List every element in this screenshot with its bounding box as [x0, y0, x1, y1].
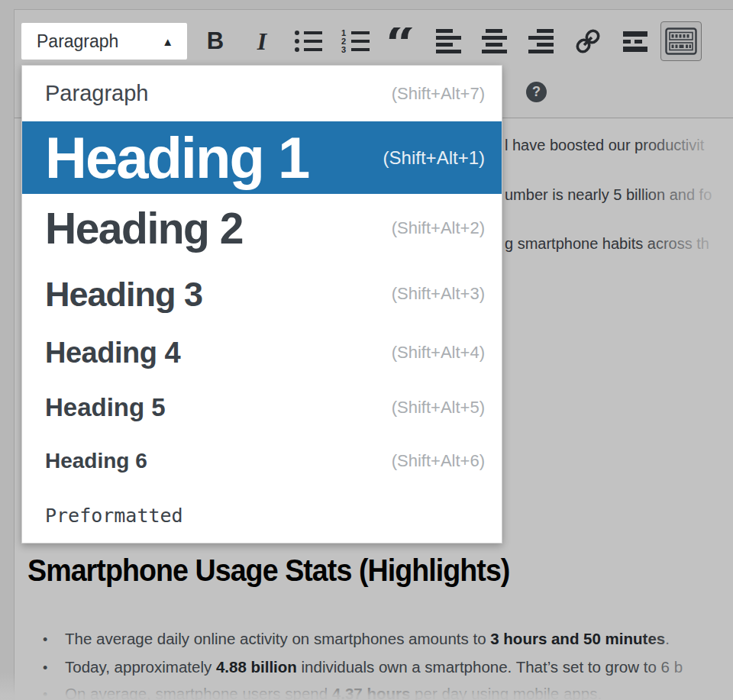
numbered-list-icon: 1 2 3	[341, 31, 370, 52]
format-select-button[interactable]: Paragraph ▲	[21, 23, 187, 60]
svg-text:“: “	[386, 27, 415, 55]
menu-item-heading-4[interactable]: Heading 4 (Shift+Alt+4)	[22, 325, 502, 380]
menu-item-paragraph[interactable]: Paragraph (Shift+Alt+7)	[22, 66, 502, 121]
bullet-icon: •	[43, 687, 65, 700]
menu-item-heading-1[interactable]: Heading 1 (Shift+Alt+1)	[22, 121, 502, 194]
menu-item-preformatted[interactable]: Preformatted	[22, 488, 502, 543]
align-center-button[interactable]	[476, 23, 512, 60]
menu-item-heading-5[interactable]: Heading 5 (Shift+Alt+5)	[22, 380, 502, 434]
content-heading: Smartphone Usage Stats (Highlights)	[27, 553, 509, 588]
question-mark-icon: ?	[532, 84, 541, 100]
align-center-icon	[482, 29, 507, 53]
align-left-icon	[436, 29, 461, 53]
content-line-fragment: l have boosted our productivit	[505, 137, 704, 154]
align-left-button[interactable]	[431, 23, 466, 60]
italic-button[interactable]: I	[244, 23, 279, 60]
link-icon	[573, 27, 602, 56]
format-select-value: Paragraph	[37, 31, 118, 52]
read-more-icon	[623, 31, 647, 52]
bulleted-list-icon	[295, 31, 322, 52]
list-item: •Today, approximately 4.88 billion indiv…	[43, 658, 683, 676]
align-right-icon	[528, 29, 554, 53]
menu-item-heading-2[interactable]: Heading 2 (Shift+Alt+2)	[22, 194, 502, 263]
menu-item-heading-6[interactable]: Heading 6 (Shift+Alt+6)	[22, 434, 502, 488]
bulleted-list-button[interactable]	[291, 23, 326, 60]
bold-icon: B	[207, 27, 224, 55]
bullet-icon: •	[43, 660, 65, 676]
blockquote-icon: “	[386, 27, 419, 55]
list-item: •The average daily online activity on sm…	[43, 630, 670, 648]
bold-button[interactable]: B	[198, 23, 233, 60]
content-line-fragment: g smartphone habits across th	[505, 235, 709, 253]
insert-link-button[interactable]	[570, 23, 605, 60]
bullet-icon: •	[43, 632, 65, 648]
keyboard-icon	[665, 27, 697, 55]
caret-up-icon: ▲	[162, 36, 173, 47]
menu-item-heading-3[interactable]: Heading 3 (Shift+Alt+3)	[22, 263, 502, 325]
read-more-button[interactable]	[618, 23, 653, 60]
help-button[interactable]: ?	[526, 82, 547, 102]
content-line-fragment: umber is nearly 5 billion and fo	[505, 186, 712, 204]
format-dropdown-menu: Paragraph (Shift+Alt+7) Heading 1 (Shift…	[21, 65, 502, 544]
align-right-button[interactable]	[523, 23, 558, 60]
toolbar-toggle-button[interactable]	[660, 21, 702, 61]
italic-icon: I	[257, 27, 266, 56]
list-item: •On average, smartphone users spend 4.37…	[43, 685, 602, 700]
numbered-list-button[interactable]: 1 2 3	[337, 23, 373, 60]
blockquote-button[interactable]: “	[385, 23, 420, 60]
editor-screenshot: B I 1 2 3 “	[0, 0, 733, 700]
